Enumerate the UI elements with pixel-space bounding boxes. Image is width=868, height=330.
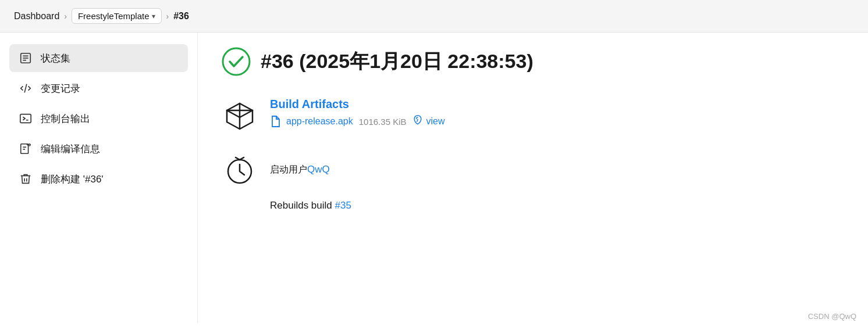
trash-icon xyxy=(19,172,33,186)
rebuild-ref-link[interactable]: #35 xyxy=(335,200,351,211)
build-title-row: #36 (2025年1月20日 22:38:53) xyxy=(221,46,845,77)
chevron-down-icon: ▾ xyxy=(152,12,155,20)
svg-line-13 xyxy=(227,110,240,117)
edit-icon xyxy=(19,142,33,156)
timer-icon xyxy=(221,151,258,188)
chevron-right-icon-1: › xyxy=(64,12,67,21)
sidebar-item-changelog[interactable]: 变更记录 xyxy=(9,74,188,102)
svg-rect-7 xyxy=(21,144,29,154)
rebuild-row: Rebuilds build #35 xyxy=(270,200,845,211)
sidebar: 状态集 变更记录 控制台输出 xyxy=(0,33,198,323)
watermark: CSDN @QwQ xyxy=(808,312,856,321)
svg-point-10 xyxy=(223,48,250,75)
topbar: Dashboard › FreestyleTemplate ▾ › #36 xyxy=(0,0,868,33)
user-label-text: 启动用户 xyxy=(270,164,307,174)
artifact-details: Build Artifacts app-release.apk 1016.35 … xyxy=(270,98,445,128)
user-section: 启动用户QwQ xyxy=(221,151,845,188)
breadcrumb-dashboard[interactable]: Dashboard xyxy=(14,11,59,21)
build-title: #36 (2025年1月20日 22:38:53) xyxy=(261,48,533,75)
rebuild-label: Rebuilds build xyxy=(270,200,335,211)
sidebar-item-changelog-label: 变更记录 xyxy=(41,82,80,95)
box-icon xyxy=(221,98,258,135)
artifact-file-row: app-release.apk 1016.35 KiB view xyxy=(270,114,445,128)
svg-line-4 xyxy=(24,84,27,93)
main-layout: 状态集 变更记录 控制台输出 xyxy=(0,33,868,323)
user-link[interactable]: QwQ xyxy=(307,164,330,175)
content-area: #36 (2025年1月20日 22:38:53) Build Artifact… xyxy=(198,33,868,323)
build-success-icon xyxy=(221,46,251,77)
user-details: 启动用户QwQ xyxy=(270,164,330,176)
artifacts-section: Build Artifacts app-release.apk 1016.35 … xyxy=(221,98,845,135)
sidebar-item-console-label: 控制台输出 xyxy=(41,112,90,125)
chevron-right-icon-2: › xyxy=(166,12,169,21)
list-icon xyxy=(19,51,33,65)
artifact-view-label: view xyxy=(426,116,444,127)
svg-line-14 xyxy=(240,110,252,117)
breadcrumb-build: #36 xyxy=(173,11,189,21)
fingerprint-icon xyxy=(412,114,424,128)
artifact-size: 1016.35 KiB xyxy=(359,117,407,127)
sidebar-item-delete-label: 删除构建 '#36' xyxy=(41,173,104,186)
artifact-filename[interactable]: app-release.apk xyxy=(286,116,353,127)
user-info: 启动用户QwQ xyxy=(270,164,330,176)
sidebar-item-edit-build-info[interactable]: 编辑编译信息 xyxy=(9,135,188,163)
file-icon xyxy=(270,116,280,127)
artifact-view-link[interactable]: view xyxy=(412,114,444,128)
breadcrumb-project-dropdown[interactable]: FreestyleTemplate ▾ xyxy=(72,8,162,24)
sidebar-item-status-set[interactable]: 状态集 xyxy=(9,44,188,72)
sidebar-item-delete-build[interactable]: 删除构建 '#36' xyxy=(9,165,188,193)
sidebar-item-edit-label: 编辑编译信息 xyxy=(41,142,100,156)
project-label: FreestyleTemplate xyxy=(78,11,150,21)
artifacts-title[interactable]: Build Artifacts xyxy=(270,98,445,111)
sidebar-item-console-output[interactable]: 控制台输出 xyxy=(9,105,188,132)
sidebar-item-status-set-label: 状态集 xyxy=(41,52,70,65)
terminal-icon xyxy=(19,112,33,125)
code-icon xyxy=(19,81,33,95)
